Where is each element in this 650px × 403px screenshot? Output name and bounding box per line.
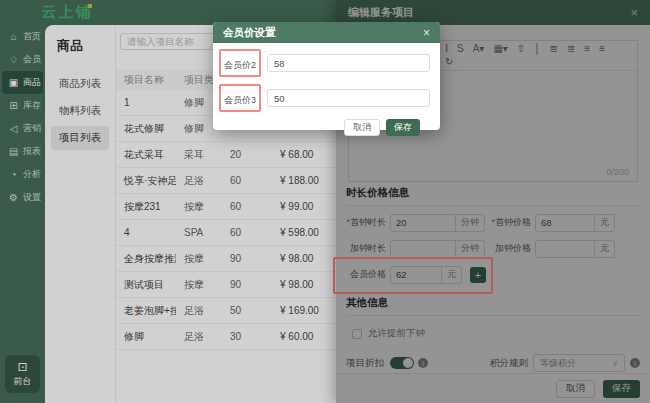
member-price-2-label: 会员价2 (224, 60, 256, 70)
modal-body: 会员价2 会员价3 取消 保存 (213, 43, 440, 136)
member-price-2-input[interactable] (267, 54, 430, 72)
modal-title: 会员价设置 (223, 26, 276, 40)
annotation-box-member-price (333, 257, 493, 294)
member-price-3-input[interactable] (267, 89, 430, 107)
modal-cancel-button[interactable]: 取消 (344, 119, 380, 136)
annotation-box-member-price-2: 会员价2 (219, 49, 261, 77)
member-price-modal: 会员价设置 × 会员价2 会员价3 取消 保存 (213, 22, 440, 130)
modal-save-button[interactable]: 保存 (386, 119, 420, 136)
app-root: { "colors": { "brand_header_green": "#4e… (0, 0, 650, 403)
member-price-3-label: 会员价3 (224, 95, 256, 105)
modal-header: 会员价设置 × (213, 22, 440, 43)
close-icon[interactable]: × (423, 26, 430, 40)
annotation-box-member-price-3: 会员价3 (219, 84, 261, 112)
